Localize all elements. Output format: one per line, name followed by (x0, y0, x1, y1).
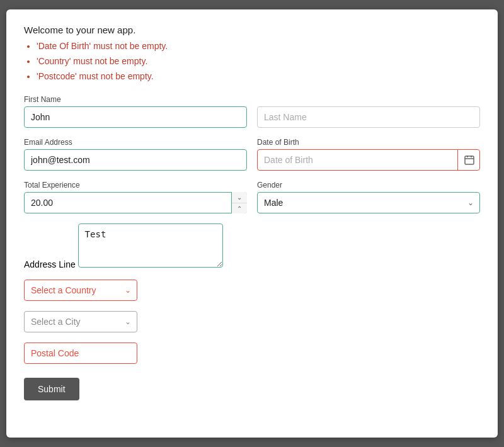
email-dob-row: Email Address Date of Birth (24, 138, 480, 171)
city-select[interactable]: Select a City (24, 311, 137, 332)
total-exp-input[interactable] (24, 192, 247, 213)
name-row: First Name Last Name (24, 95, 480, 128)
total-exp-group: Total Experience ⌄ ⌃ (24, 181, 247, 213)
error-item: 'Country' must not be empty. (37, 54, 480, 69)
calendar-icon[interactable] (457, 149, 480, 171)
error-item: 'Postcode' must not be empty. (37, 69, 480, 84)
spinner-buttons: ⌄ ⌃ (231, 192, 247, 213)
dob-label: Date of Birth (257, 138, 480, 147)
email-label: Email Address (24, 138, 247, 147)
city-select-wrapper: Select a City ⌄ (24, 311, 137, 332)
email-group: Email Address (24, 138, 247, 171)
country-select[interactable]: Select a Country (24, 280, 137, 301)
gender-select[interactable]: Male Female Other (257, 192, 480, 213)
address-textarea[interactable]: Test (78, 224, 223, 268)
city-group: Select a City ⌄ (24, 311, 480, 332)
country-group: Select a Country ⌄ (24, 280, 480, 301)
dob-input[interactable] (257, 149, 480, 171)
dob-input-wrapper (257, 149, 480, 171)
postal-input[interactable] (24, 342, 137, 364)
spinner-up-button[interactable]: ⌃ (232, 203, 247, 214)
svg-rect-0 (465, 156, 474, 164)
country-select-wrapper: Select a Country ⌄ (24, 280, 137, 301)
address-group: Address Line Test (24, 224, 480, 269)
last-name-group: Last Name (257, 95, 480, 128)
first-name-group: First Name (24, 95, 247, 128)
error-item: 'Date Of Birth' must not be empty. (37, 39, 480, 54)
gender-select-wrapper: Male Female Other ⌄ (257, 192, 480, 213)
submit-group: Submit (24, 366, 480, 400)
spinner-down-button[interactable]: ⌄ (232, 192, 247, 203)
submit-button[interactable]: Submit (24, 378, 79, 400)
error-list: 'Date Of Birth' must not be empty.'Count… (24, 39, 480, 84)
welcome-title: Welcome to your new app. (24, 25, 480, 35)
email-input[interactable] (24, 149, 247, 171)
exp-gender-row: Total Experience ⌄ ⌃ Gender Male Female … (24, 181, 480, 213)
gender-group: Gender Male Female Other ⌄ (257, 181, 480, 213)
first-name-input[interactable] (24, 106, 247, 128)
dob-group: Date of Birth (257, 138, 480, 171)
total-exp-label: Total Experience (24, 181, 247, 190)
first-name-label: First Name (24, 95, 247, 104)
total-exp-input-wrapper: ⌄ ⌃ (24, 192, 247, 213)
last-name-label: Last Name (257, 95, 480, 104)
main-card: Welcome to your new app. 'Date Of Birth'… (6, 9, 498, 438)
postal-group (24, 342, 480, 364)
gender-label: Gender (257, 181, 480, 190)
last-name-input[interactable] (257, 106, 480, 128)
address-label: Address Line (24, 259, 76, 269)
